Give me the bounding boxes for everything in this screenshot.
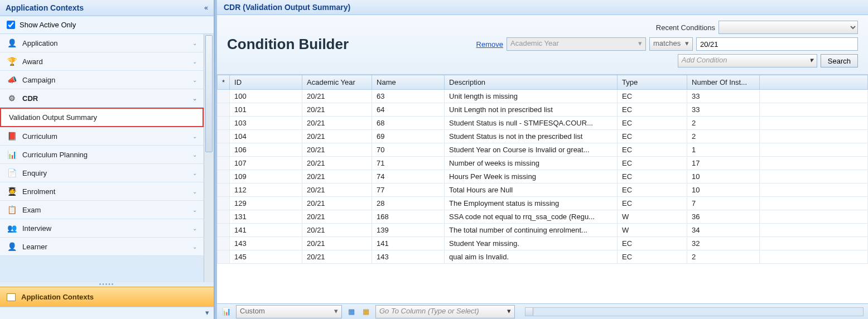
sidebar-item-curriculum-planning[interactable]: 📊Curriculum Planning⌄ bbox=[0, 146, 204, 164]
row-selector[interactable] bbox=[218, 117, 230, 130]
column-header[interactable]: * bbox=[218, 75, 230, 90]
cell-id: 131 bbox=[230, 210, 302, 224]
sidebar-item-application[interactable]: 👤Application⌄ bbox=[0, 34, 204, 52]
table-row[interactable]: 10720/2171Number of weeks is missingEC17 bbox=[218, 157, 868, 170]
nav-list: 👤Application⌄🏆Award⌄📣Campaign⌄⚙CDR⌄Valid… bbox=[0, 34, 214, 282]
row-selector[interactable] bbox=[218, 130, 230, 143]
recent-conditions-select[interactable] bbox=[718, 21, 858, 34]
cdr-icon: ⚙ bbox=[7, 93, 17, 103]
cell-id: 103 bbox=[230, 117, 302, 130]
table-row[interactable]: 13120/21168SSA code not equal to rrq_ssa… bbox=[218, 210, 868, 224]
cell-id: 129 bbox=[230, 197, 302, 210]
sidebar-item-interview[interactable]: 👥Interview⌄ bbox=[0, 219, 204, 238]
sidebar-item-label: CDR bbox=[22, 94, 192, 103]
remove-link[interactable]: Remove bbox=[476, 40, 503, 49]
contexts-icon bbox=[7, 293, 16, 301]
field-select[interactable]: Academic Year ▾ bbox=[507, 37, 646, 51]
horizontal-scrollbar-thumb[interactable] bbox=[525, 308, 533, 316]
horizontal-scrollbar[interactable] bbox=[525, 307, 864, 316]
sidebar-item-label: Curriculum bbox=[22, 132, 192, 141]
add-condition-select[interactable]: Add Condition ▾ bbox=[678, 54, 817, 67]
operator-select[interactable]: matches ▾ bbox=[649, 37, 693, 51]
cell-academic-year: 20/21 bbox=[302, 250, 372, 264]
goto-column-select[interactable]: Go To Column (Type or Select) ▾ bbox=[375, 305, 515, 318]
row-selector[interactable] bbox=[218, 170, 230, 183]
search-button[interactable]: Search bbox=[821, 54, 858, 67]
table-row[interactable]: 11220/2177Total Hours are NullEC10 bbox=[218, 183, 868, 197]
view-mode-select[interactable]: Custom ▾ bbox=[236, 305, 342, 318]
cell-num-instances: 33 bbox=[687, 103, 760, 117]
table-row[interactable]: 10120/2164Unit Length not in prescribed … bbox=[218, 103, 868, 117]
table-row[interactable]: 10420/2169Student Status is not in the p… bbox=[218, 130, 868, 143]
table-row[interactable]: 14520/21143qual aim is Invalid.EC2 bbox=[218, 250, 868, 264]
cell-num-instances: 36 bbox=[687, 210, 760, 224]
main-title: CDR (Validation Output Summary) bbox=[224, 3, 350, 12]
sidebar-item-campaign[interactable]: 📣Campaign⌄ bbox=[0, 71, 204, 89]
sidebar-scrollbar[interactable] bbox=[204, 34, 214, 282]
row-selector[interactable] bbox=[218, 90, 230, 103]
row-selector[interactable] bbox=[218, 197, 230, 210]
main-header: CDR (Validation Output Summary) bbox=[217, 0, 868, 15]
table-row[interactable]: 14320/21141Student Year missing.EC32 bbox=[218, 237, 868, 250]
cell-description: Number of weeks is missing bbox=[445, 157, 618, 170]
cell-description: Unit Length not in prescribed list bbox=[445, 103, 618, 117]
sidebar: Application Contexts « Show Active Only … bbox=[0, 0, 215, 319]
results-table-wrap[interactable]: *IDAcademic YearNameDescriptionTypeNumbe… bbox=[217, 75, 868, 303]
column-header[interactable]: Academic Year bbox=[302, 75, 372, 90]
table-row[interactable]: 10620/2170Student Year on Course is Inva… bbox=[218, 143, 868, 157]
sidebar-item-exam[interactable]: 📋Exam⌄ bbox=[0, 201, 204, 219]
table-row[interactable]: 14120/21139The total number of continuin… bbox=[218, 224, 868, 237]
curriculum-icon: 📕 bbox=[7, 131, 17, 141]
builder-controls: Recent Conditions Remove Academic Year ▾… bbox=[476, 21, 858, 67]
row-selector[interactable] bbox=[218, 210, 230, 224]
sidebar-footer-tab[interactable]: Application Contexts bbox=[0, 287, 214, 307]
column-header[interactable]: Description bbox=[445, 75, 618, 90]
row-selector[interactable] bbox=[218, 237, 230, 250]
condition-builder: Condition Builder Recent Conditions Remo… bbox=[217, 15, 868, 75]
grid-icon-1[interactable]: ▦ bbox=[346, 307, 356, 317]
sidebar-item-enrolment[interactable]: 🧑‍🎓Enrolment⌄ bbox=[0, 182, 204, 201]
cell-id: 107 bbox=[230, 157, 302, 170]
value-input[interactable] bbox=[696, 37, 858, 51]
cell-description: qual aim is Invalid. bbox=[445, 250, 618, 264]
export-icon[interactable]: 📊 bbox=[221, 307, 232, 317]
cell-blank bbox=[760, 117, 868, 130]
cell-blank bbox=[760, 250, 868, 264]
column-header[interactable]: Number Of Inst... bbox=[687, 75, 760, 90]
table-row[interactable]: 12920/2128The Employment status is missi… bbox=[218, 197, 868, 210]
cell-id: 109 bbox=[230, 170, 302, 183]
column-header[interactable]: Name bbox=[372, 75, 445, 90]
cell-type: W bbox=[618, 224, 687, 237]
sidebar-footer-dropdown[interactable]: ▾ bbox=[0, 307, 214, 319]
cell-num-instances: 2 bbox=[687, 250, 760, 264]
column-header[interactable]: ID bbox=[230, 75, 302, 90]
sidebar-scrollbar-thumb[interactable] bbox=[205, 35, 213, 152]
row-selector[interactable] bbox=[218, 103, 230, 117]
table-row[interactable]: 10320/2168Student Status is null - STMFE… bbox=[218, 117, 868, 130]
cell-type: EC bbox=[618, 197, 687, 210]
table-row[interactable]: 10920/2174Hours Per Week is missingEC10 bbox=[218, 170, 868, 183]
cell-academic-year: 20/21 bbox=[302, 117, 372, 130]
column-header[interactable]: Type bbox=[618, 75, 687, 90]
sidebar-item-curriculum[interactable]: 📕Curriculum⌄ bbox=[0, 127, 204, 146]
row-selector[interactable] bbox=[218, 143, 230, 157]
sidebar-grip[interactable]: ••••• bbox=[0, 282, 214, 287]
table-row[interactable]: 10020/2163Unit length is missingEC33 bbox=[218, 90, 868, 103]
collapse-sidebar-icon[interactable]: « bbox=[204, 4, 208, 12]
sidebar-item-cdr[interactable]: ⚙CDR⌄ bbox=[0, 89, 204, 108]
cell-academic-year: 20/21 bbox=[302, 183, 372, 197]
sidebar-item-award[interactable]: 🏆Award⌄ bbox=[0, 52, 204, 71]
sidebar-item-label: Campaign bbox=[22, 76, 192, 84]
grid-icon-2[interactable]: ▦ bbox=[361, 307, 371, 317]
sidebar-subitem-validation-output-summary[interactable]: Validation Output Summary bbox=[0, 108, 204, 127]
sidebar-item-enquiry[interactable]: 📄Enquiry⌄ bbox=[0, 164, 204, 182]
show-active-checkbox[interactable] bbox=[7, 21, 15, 29]
enrolment-icon: 🧑‍🎓 bbox=[7, 186, 17, 196]
row-selector[interactable] bbox=[218, 157, 230, 170]
row-selector[interactable] bbox=[218, 183, 230, 197]
sidebar-footer-label: Application Contexts bbox=[21, 293, 94, 301]
row-selector[interactable] bbox=[218, 224, 230, 237]
cell-blank bbox=[760, 143, 868, 157]
row-selector[interactable] bbox=[218, 250, 230, 264]
sidebar-item-learner[interactable]: 👤Learner⌄ bbox=[0, 238, 204, 256]
